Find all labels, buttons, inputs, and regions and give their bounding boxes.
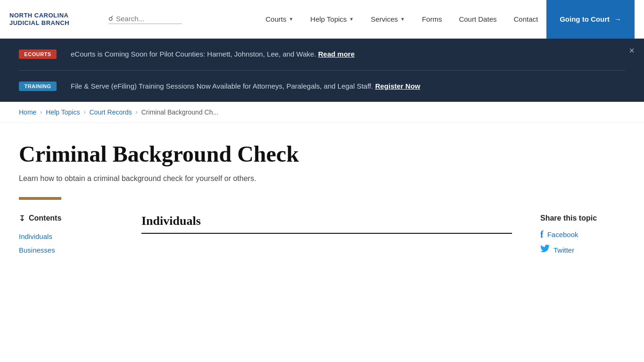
main-content: Criminal Background Check Learn how to o… bbox=[0, 123, 644, 279]
facebook-link[interactable]: Facebook bbox=[547, 230, 578, 239]
breadcrumb-sep-2: › bbox=[83, 109, 85, 115]
site-logo[interactable]: NORTH CAROLINA JUDICIAL BRANCH bbox=[9, 12, 104, 26]
page-title: Criminal Background Check bbox=[19, 142, 625, 167]
training-text: File & Serve (eFiling) Training Sessions… bbox=[71, 81, 420, 92]
article-content: Individuals bbox=[141, 214, 512, 243]
nav-item-help-topics[interactable]: Help Topics ▼ bbox=[302, 0, 362, 39]
search-area[interactable]: ☌ bbox=[108, 14, 182, 24]
section-title-individuals: Individuals bbox=[141, 214, 512, 228]
sidebar-link-individuals[interactable]: Individuals bbox=[19, 230, 113, 242]
twitter-link[interactable]: Twitter bbox=[553, 246, 574, 254]
nav-item-courts[interactable]: Courts ▼ bbox=[257, 0, 302, 39]
chevron-down-icon: ▼ bbox=[289, 16, 293, 22]
ecourts-read-more-link[interactable]: Read more bbox=[318, 50, 355, 58]
share-facebook: f Facebook bbox=[540, 229, 625, 240]
going-to-court-cta[interactable]: Going to Court → bbox=[546, 0, 635, 39]
announcement-banner: × ECOURTS eCourts is Coming Soon for Pil… bbox=[0, 39, 644, 102]
main-nav: Courts ▼ Help Topics ▼ Services ▼ Forms … bbox=[257, 0, 635, 39]
contents-label: Contents bbox=[29, 214, 61, 222]
logo-line2: JUDICIAL BRANCH bbox=[9, 19, 104, 27]
nav-item-forms[interactable]: Forms bbox=[413, 0, 451, 39]
contents-sidebar: ↧ Contents Individuals Businesses bbox=[19, 214, 113, 258]
breadcrumb-sep-1: › bbox=[40, 109, 42, 115]
twitter-icon bbox=[540, 245, 550, 255]
share-twitter: Twitter bbox=[540, 245, 625, 255]
nav-item-services[interactable]: Services ▼ bbox=[363, 0, 413, 39]
breadcrumb-court-records[interactable]: Court Records bbox=[89, 108, 132, 116]
banner-row-ecourts: ECOURTS eCourts is Coming Soon for Pilot… bbox=[19, 39, 625, 71]
ecourts-badge: ECOURTS bbox=[19, 49, 57, 59]
breadcrumb-home[interactable]: Home bbox=[19, 108, 36, 116]
sidebar-link-businesses[interactable]: Businesses bbox=[19, 244, 113, 256]
page-subtitle: Learn how to obtain a criminal backgroun… bbox=[19, 174, 625, 183]
contents-arrow-icon: ↧ bbox=[19, 214, 25, 223]
ecourts-text: eCourts is Coming Soon for Pilot Countie… bbox=[71, 49, 355, 60]
content-layout: ↧ Contents Individuals Businesses Indivi… bbox=[19, 214, 625, 260]
breadcrumb-help-topics[interactable]: Help Topics bbox=[46, 108, 80, 116]
facebook-icon: f bbox=[540, 229, 544, 240]
search-input[interactable] bbox=[116, 15, 182, 23]
section-divider bbox=[141, 233, 512, 234]
decorative-gold-bar bbox=[19, 197, 61, 200]
banner-row-training: TRAINING File & Serve (eFiling) Training… bbox=[19, 71, 625, 102]
breadcrumb: Home › Help Topics › Court Records › Cri… bbox=[0, 102, 644, 123]
training-badge: TRAINING bbox=[19, 82, 57, 91]
training-register-link[interactable]: Register Now bbox=[375, 82, 421, 90]
logo-line1: NORTH CAROLINA bbox=[9, 12, 104, 19]
search-icon: ☌ bbox=[108, 14, 113, 23]
nav-item-court-dates[interactable]: Court Dates bbox=[450, 0, 505, 39]
nav-item-contact[interactable]: Contact bbox=[505, 0, 546, 39]
chevron-down-icon: ▼ bbox=[400, 16, 405, 22]
breadcrumb-sep-3: › bbox=[136, 109, 138, 115]
share-sidebar: Share this topic f Facebook Twitter bbox=[540, 214, 625, 260]
share-title: Share this topic bbox=[540, 214, 625, 222]
site-header: NORTH CAROLINA JUDICIAL BRANCH ☌ Courts … bbox=[0, 0, 644, 39]
close-banner-button[interactable]: × bbox=[629, 46, 635, 55]
breadcrumb-current: Criminal Background Ch... bbox=[141, 108, 218, 116]
contents-header: ↧ Contents bbox=[19, 214, 113, 223]
chevron-down-icon: ▼ bbox=[349, 16, 354, 22]
